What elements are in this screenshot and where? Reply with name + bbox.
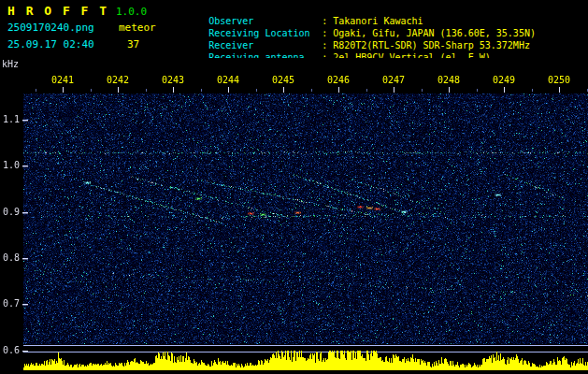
x-axis-label: 0248 bbox=[437, 75, 462, 85]
y-axis-label: 0.9 bbox=[0, 207, 20, 217]
x-axis-label: 0245 bbox=[272, 75, 296, 85]
x-axis-label: 0249 bbox=[493, 75, 517, 85]
y-axis-label: 0.7 bbox=[0, 298, 20, 309]
y-axis-unit: kHz bbox=[2, 59, 19, 69]
echo-count: 37 bbox=[127, 38, 139, 50]
mode-label: meteor bbox=[119, 22, 156, 34]
x-axis-label: 0247 bbox=[382, 75, 407, 85]
y-axis-label: 0.8 bbox=[0, 252, 20, 263]
x-axis-label: 0244 bbox=[217, 75, 241, 85]
x-axis-label: 0242 bbox=[107, 75, 131, 85]
spectrogram-plot: kHz 1.1 1.0 0.9 0.8 0.7 0.6 0241 0242 02… bbox=[0, 58, 588, 374]
y-axis-label: 0.6 bbox=[0, 345, 20, 355]
x-axis-label: 0243 bbox=[162, 75, 186, 85]
timestamp: 25.09.17 02:40 bbox=[7, 38, 94, 50]
y-axis-label: 1.1 bbox=[0, 114, 20, 124]
output-filename: 2509170240.png bbox=[7, 22, 94, 34]
x-axis-label: 0246 bbox=[327, 75, 351, 85]
hrofft-output: H R O F F T 1.0.0 2509170240.png meteor … bbox=[0, 0, 588, 374]
x-axis-label: 0241 bbox=[51, 75, 76, 85]
app-version: 1.0.0 bbox=[116, 6, 147, 18]
x-axis-label: 0250 bbox=[548, 75, 572, 85]
spectrogram-canvas bbox=[0, 58, 588, 374]
app-title: H R O F F T bbox=[7, 4, 108, 18]
y-axis-label: 1.0 bbox=[0, 160, 20, 170]
